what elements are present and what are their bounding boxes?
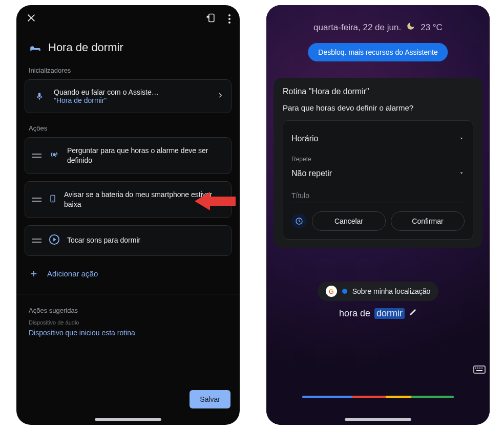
caret-down-icon: [458, 134, 465, 143]
assist-panel: Rotina "Hora de dormir" Para que horas d…: [274, 78, 482, 248]
topbar: [16, 5, 240, 30]
starter-content: Quando eu falar com o Assiste… "Hora de …: [54, 88, 209, 104]
unlock-banner[interactable]: Desbloq. mais recursos do Assistente: [308, 43, 448, 61]
keyboard-icon[interactable]: [473, 365, 486, 378]
drag-handle-icon[interactable]: [32, 154, 41, 158]
date-weather: quarta-feira, 22 de jun. 23 °C: [266, 21, 490, 33]
svg-rect-0: [209, 14, 214, 22]
section-label-actions: Ações: [16, 121, 240, 137]
section-label-starters: Inicializadores: [16, 63, 240, 79]
starter-line2: "Hora de dormir": [54, 96, 209, 104]
overflow-menu-icon[interactable]: [228, 14, 230, 24]
gesture-bar: [95, 418, 161, 421]
dialog-buttons: Cancelar Confirmar: [291, 211, 465, 231]
pencil-icon[interactable]: [409, 308, 417, 319]
svg-rect-11: [479, 368, 480, 369]
svg-point-1: [32, 46, 33, 48]
action-alarm-text: Perguntar para que horas o alarme deve s…: [67, 146, 224, 165]
chevron-right-icon: [217, 92, 224, 101]
action-card-sounds[interactable]: Tocar sons para dormir: [25, 225, 232, 256]
clock-icon[interactable]: [291, 213, 307, 229]
phone-left: Hora de dormir Inicializadores Quando eu…: [16, 5, 240, 425]
close-icon[interactable]: [26, 12, 37, 26]
title-input[interactable]: Título: [291, 186, 465, 203]
phone-right: quarta-feira, 22 de jun. 23 °C Desbloq. …: [266, 5, 490, 425]
chip-text: Sobre minha localização: [352, 287, 431, 295]
assist-panel-title: Rotina "Hora de dormir": [283, 87, 473, 96]
bed-icon: [29, 41, 42, 54]
svg-rect-9: [475, 368, 476, 369]
cancel-button[interactable]: Cancelar: [312, 211, 386, 231]
field-time[interactable]: Horário: [291, 128, 465, 149]
assistant-color-bar: [302, 396, 454, 398]
field-repeat[interactable]: Não repetir: [291, 169, 465, 184]
date-text: quarta-feira, 22 de jun.: [313, 23, 401, 33]
svg-rect-13: [476, 370, 482, 371]
svg-rect-8: [474, 366, 485, 373]
svg-marker-6: [195, 192, 236, 210]
play-circle-icon: [49, 234, 60, 247]
action-card-alarm[interactable]: Perguntar para que horas o alarme deve s…: [25, 137, 232, 174]
caret-down-icon: [458, 169, 465, 178]
gesture-bar: [345, 418, 411, 421]
transcript-pre: hora de: [339, 308, 370, 319]
broadcast-icon: [49, 149, 60, 162]
drag-handle-icon[interactable]: [32, 239, 41, 243]
repeat-value: Não repetir: [291, 169, 332, 178]
device-label: Dispositivo de áudio: [16, 319, 240, 328]
phone-device-icon: [49, 193, 57, 206]
suggestion-chip[interactable]: G Sobre minha localização: [318, 282, 439, 301]
device-link[interactable]: Dispositivo que iniciou esta rotina: [16, 328, 240, 344]
transcript: hora de dormir: [274, 308, 482, 319]
routine-title: Hora de dormir: [48, 41, 123, 54]
drag-handle-icon[interactable]: [32, 198, 41, 202]
arrow-callout: [195, 189, 236, 215]
confirm-button[interactable]: Confirmar: [391, 211, 465, 231]
svg-rect-10: [477, 368, 478, 369]
svg-point-2: [53, 153, 56, 156]
mic-icon: [32, 92, 47, 101]
repeat-label: Repete: [291, 156, 311, 163]
field-repeat-label-row: Repete: [291, 149, 465, 169]
topbar-right: [206, 13, 230, 25]
moon-icon: [406, 21, 415, 33]
save-button[interactable]: Salvar: [190, 390, 230, 408]
section-label-suggested: Ações sugeridas: [16, 304, 240, 319]
starter-card[interactable]: Quando eu falar com o Assiste… "Hora de …: [25, 79, 232, 113]
suggested-section: Ações sugeridas Dispositivo de áudio Dis…: [16, 294, 240, 344]
routine-title-row: Hora de dormir: [16, 30, 240, 63]
add-to-home-icon[interactable]: [206, 13, 216, 25]
alarm-form: Horário Repete Não repetir Título Cancel…: [283, 120, 473, 240]
google-g-icon: G: [326, 286, 337, 297]
add-action-label: Adicionar ação: [47, 269, 98, 278]
svg-rect-12: [481, 368, 482, 369]
field-time-label: Horário: [291, 134, 318, 143]
add-action-button[interactable]: + Adicionar ação: [25, 263, 232, 285]
blue-dot-icon: [342, 289, 347, 294]
action-sounds-text: Tocar sons para dormir: [67, 235, 224, 245]
starter-line1: Quando eu falar com o Assiste…: [54, 88, 209, 96]
assist-footer: G Sobre minha localização hora de dormir: [274, 282, 482, 319]
temp-text: 23 °C: [421, 23, 443, 33]
assist-panel-question: Para que horas devo definir o alarme?: [283, 103, 473, 112]
transcript-highlight: dormir: [374, 308, 405, 319]
plus-icon: +: [28, 267, 40, 281]
